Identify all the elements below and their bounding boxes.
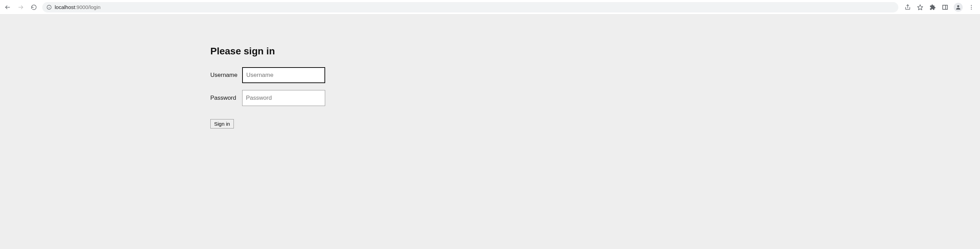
address-bar[interactable]: localhost:9000/login [42,2,898,13]
share-icon [905,4,911,10]
svg-point-12 [971,8,972,10]
svg-rect-7 [943,5,948,10]
password-row: Password [210,90,328,106]
svg-point-11 [971,6,972,8]
reload-icon [31,4,37,10]
svg-point-10 [971,5,972,6]
profile-button[interactable] [954,3,963,12]
back-button[interactable] [3,2,13,12]
puzzle-icon [929,4,936,10]
address-url: localhost:9000/login [55,4,101,10]
svg-marker-6 [918,5,923,10]
password-input[interactable] [242,90,325,106]
username-row: Username [210,67,328,83]
svg-point-9 [957,5,959,7]
star-icon [917,4,923,10]
share-button[interactable] [904,3,912,11]
forward-button[interactable] [16,2,25,12]
panel-icon [942,4,948,10]
extensions-button[interactable] [929,3,936,11]
arrow-left-icon [5,4,11,10]
password-label: Password [210,94,242,102]
reload-button[interactable] [29,2,39,12]
side-panel-button[interactable] [941,3,949,11]
bookmark-button[interactable] [916,3,924,11]
signin-button[interactable]: Sign in [210,119,234,128]
browser-toolbar: localhost:9000/login [0,0,980,14]
page-title: Please sign in [210,46,328,57]
kebab-icon [968,4,974,10]
arrow-right-icon [18,4,24,10]
site-info-icon[interactable] [46,5,52,10]
login-form: Please sign in Username Password Sign in [210,46,328,128]
username-label: Username [210,72,242,78]
toolbar-right [902,3,977,12]
person-icon [955,4,961,10]
page-content: Please sign in Username Password Sign in [0,14,980,249]
menu-button[interactable] [967,3,975,11]
username-input[interactable] [242,67,325,83]
